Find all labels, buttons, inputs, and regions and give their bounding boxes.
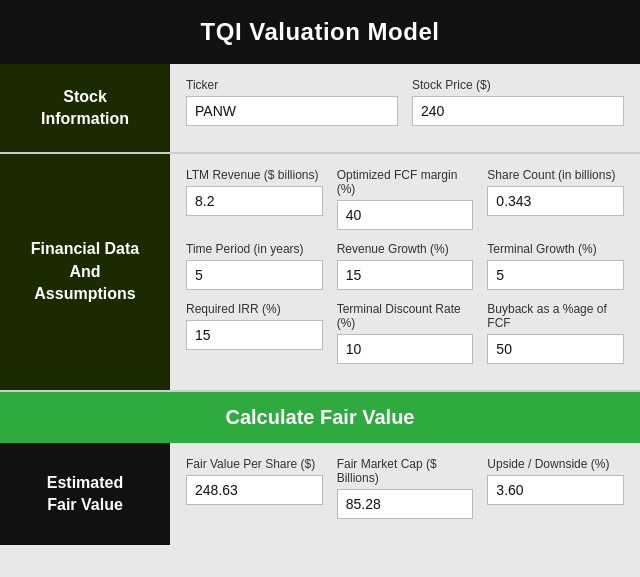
buyback-group: Buyback as a %age of FCF xyxy=(487,302,624,364)
financial-row-1: LTM Revenue ($ billions) Optimized FCF m… xyxy=(186,168,624,230)
stock-section-label: Stock Information xyxy=(0,64,170,152)
fair-market-cap-group: Fair Market Cap ($ Billions) xyxy=(337,457,474,519)
financial-section-label: Financial Data And Assumptions xyxy=(0,154,170,390)
terminal-discount-label: Terminal Discount Rate (%) xyxy=(337,302,474,330)
ltm-revenue-input[interactable] xyxy=(186,186,323,216)
revenue-growth-input[interactable] xyxy=(337,260,474,290)
fcf-margin-input[interactable] xyxy=(337,200,474,230)
share-count-input[interactable] xyxy=(487,186,624,216)
calculate-button-row: Calculate Fair Value xyxy=(0,392,640,443)
required-irr-input[interactable] xyxy=(186,320,323,350)
buyback-input[interactable] xyxy=(487,334,624,364)
ltm-revenue-label: LTM Revenue ($ billions) xyxy=(186,168,323,182)
fair-market-cap-label: Fair Market Cap ($ Billions) xyxy=(337,457,474,485)
required-irr-group: Required IRR (%) xyxy=(186,302,323,364)
terminal-growth-group: Terminal Growth (%) xyxy=(487,242,624,290)
stock-section-content: Ticker Stock Price ($) xyxy=(170,64,640,152)
time-period-label: Time Period (in years) xyxy=(186,242,323,256)
stock-price-label: Stock Price ($) xyxy=(412,78,624,92)
estimated-fair-value-label: Estimated Fair Value xyxy=(0,443,170,545)
terminal-growth-input[interactable] xyxy=(487,260,624,290)
app-header: TQI Valuation Model xyxy=(0,0,640,64)
ticker-input[interactable] xyxy=(186,96,398,126)
fair-value-per-share-label: Fair Value Per Share ($) xyxy=(186,457,323,471)
terminal-discount-input[interactable] xyxy=(337,334,474,364)
ltm-revenue-group: LTM Revenue ($ billions) xyxy=(186,168,323,230)
stock-information-section: Stock Information Ticker Stock Price ($) xyxy=(0,64,640,154)
upside-downside-input[interactable] xyxy=(487,475,624,505)
ticker-label: Ticker xyxy=(186,78,398,92)
financial-row-3: Required IRR (%) Terminal Discount Rate … xyxy=(186,302,624,364)
stock-price-input[interactable] xyxy=(412,96,624,126)
estimated-fair-value-section: Estimated Fair Value Fair Value Per Shar… xyxy=(0,443,640,545)
estimated-fair-value-content: Fair Value Per Share ($) Fair Market Cap… xyxy=(170,443,640,545)
financial-row-2: Time Period (in years) Revenue Growth (%… xyxy=(186,242,624,290)
app-title: TQI Valuation Model xyxy=(10,18,630,46)
upside-downside-label: Upside / Downside (%) xyxy=(487,457,624,471)
share-count-group: Share Count (in billions) xyxy=(487,168,624,230)
stock-price-field-group: Stock Price ($) xyxy=(412,78,624,126)
fair-market-cap-input[interactable] xyxy=(337,489,474,519)
terminal-growth-label: Terminal Growth (%) xyxy=(487,242,624,256)
ticker-field-group: Ticker xyxy=(186,78,398,126)
stock-fields-row: Ticker Stock Price ($) xyxy=(186,78,624,126)
financial-section-content: LTM Revenue ($ billions) Optimized FCF m… xyxy=(170,154,640,390)
fair-value-per-share-input[interactable] xyxy=(186,475,323,505)
revenue-growth-group: Revenue Growth (%) xyxy=(337,242,474,290)
revenue-growth-label: Revenue Growth (%) xyxy=(337,242,474,256)
estimated-fields-row: Fair Value Per Share ($) Fair Market Cap… xyxy=(186,457,624,519)
fair-value-per-share-group: Fair Value Per Share ($) xyxy=(186,457,323,519)
time-period-input[interactable] xyxy=(186,260,323,290)
fcf-margin-label: Optimized FCF margin (%) xyxy=(337,168,474,196)
share-count-label: Share Count (in billions) xyxy=(487,168,624,182)
required-irr-label: Required IRR (%) xyxy=(186,302,323,316)
calculate-fair-value-button[interactable]: Calculate Fair Value xyxy=(10,406,630,429)
buyback-label: Buyback as a %age of FCF xyxy=(487,302,624,330)
fcf-margin-group: Optimized FCF margin (%) xyxy=(337,168,474,230)
financial-section: Financial Data And Assumptions LTM Reven… xyxy=(0,154,640,392)
time-period-group: Time Period (in years) xyxy=(186,242,323,290)
upside-downside-group: Upside / Downside (%) xyxy=(487,457,624,519)
terminal-discount-group: Terminal Discount Rate (%) xyxy=(337,302,474,364)
